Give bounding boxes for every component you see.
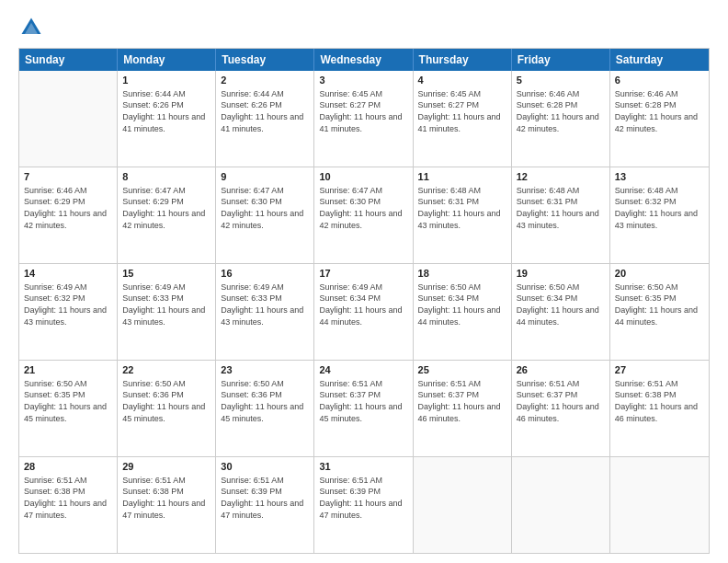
calendar-cell: 21Sunrise: 6:50 AMSunset: 6:35 PMDayligh…	[19, 361, 118, 456]
calendar-cell: 4Sunrise: 6:45 AMSunset: 6:27 PMDaylight…	[414, 71, 512, 167]
calendar-cell: 24Sunrise: 6:51 AMSunset: 6:37 PMDayligh…	[314, 361, 413, 456]
calendar-row-1: 7Sunrise: 6:46 AMSunset: 6:29 PMDaylight…	[19, 167, 709, 263]
calendar-cell: 27Sunrise: 6:51 AMSunset: 6:38 PMDayligh…	[610, 361, 709, 456]
calendar-cell: 22Sunrise: 6:50 AMSunset: 6:36 PMDayligh…	[118, 361, 216, 456]
calendar-cell	[414, 457, 512, 553]
day-info: Sunrise: 6:50 AMSunset: 6:35 PMDaylight:…	[24, 378, 112, 424]
calendar-cell: 5Sunrise: 6:46 AMSunset: 6:28 PMDaylight…	[512, 71, 610, 167]
calendar-cell	[512, 457, 610, 553]
calendar-cell	[19, 71, 118, 167]
day-number: 24	[319, 363, 407, 377]
calendar-cell: 19Sunrise: 6:50 AMSunset: 6:34 PMDayligh…	[512, 264, 610, 360]
calendar: SundayMondayTuesdayWednesdayThursdayFrid…	[18, 48, 710, 554]
day-number: 3	[319, 74, 407, 87]
day-info: Sunrise: 6:50 AMSunset: 6:34 PMDaylight:…	[517, 282, 605, 327]
calendar-cell: 31Sunrise: 6:51 AMSunset: 6:39 PMDayligh…	[314, 457, 413, 553]
logo-icon	[18, 15, 44, 40]
calendar-row-2: 14Sunrise: 6:49 AMSunset: 6:32 PMDayligh…	[19, 263, 709, 360]
day-info: Sunrise: 6:50 AMSunset: 6:35 PMDaylight:…	[615, 282, 704, 327]
calendar-cell: 6Sunrise: 6:46 AMSunset: 6:28 PMDaylight…	[610, 71, 709, 167]
day-number: 2	[221, 74, 309, 87]
day-info: Sunrise: 6:47 AMSunset: 6:30 PMDaylight:…	[319, 185, 407, 231]
day-number: 9	[221, 170, 309, 184]
day-info: Sunrise: 6:46 AMSunset: 6:29 PMDaylight:…	[24, 185, 112, 231]
calendar-cell: 2Sunrise: 6:44 AMSunset: 6:26 PMDaylight…	[216, 71, 314, 167]
calendar-cell: 7Sunrise: 6:46 AMSunset: 6:29 PMDaylight…	[19, 167, 118, 263]
calendar-cell: 25Sunrise: 6:51 AMSunset: 6:37 PMDayligh…	[414, 361, 512, 456]
day-info: Sunrise: 6:49 AMSunset: 6:33 PMDaylight:…	[122, 282, 210, 327]
calendar-cell: 20Sunrise: 6:50 AMSunset: 6:35 PMDayligh…	[610, 264, 709, 360]
day-info: Sunrise: 6:51 AMSunset: 6:39 PMDaylight:…	[221, 475, 309, 521]
day-info: Sunrise: 6:51 AMSunset: 6:37 PMDaylight:…	[517, 378, 605, 424]
day-number: 15	[122, 267, 210, 281]
day-number: 19	[517, 267, 605, 281]
calendar-cell: 29Sunrise: 6:51 AMSunset: 6:38 PMDayligh…	[118, 457, 216, 553]
header-cell-friday: Friday	[512, 49, 610, 71]
header-cell-sunday: Sunday	[19, 49, 118, 71]
calendar-cell: 15Sunrise: 6:49 AMSunset: 6:33 PMDayligh…	[118, 264, 216, 360]
calendar-row-0: 1Sunrise: 6:44 AMSunset: 6:26 PMDaylight…	[19, 71, 709, 167]
header-cell-saturday: Saturday	[610, 49, 709, 71]
day-info: Sunrise: 6:51 AMSunset: 6:38 PMDaylight:…	[24, 475, 112, 521]
day-info: Sunrise: 6:46 AMSunset: 6:28 PMDaylight:…	[615, 88, 704, 134]
day-info: Sunrise: 6:45 AMSunset: 6:27 PMDaylight:…	[418, 88, 506, 134]
header-cell-monday: Monday	[118, 49, 216, 71]
day-info: Sunrise: 6:50 AMSunset: 6:36 PMDaylight:…	[122, 378, 210, 424]
calendar-cell: 18Sunrise: 6:50 AMSunset: 6:34 PMDayligh…	[414, 264, 512, 360]
day-number: 22	[122, 363, 210, 377]
day-info: Sunrise: 6:51 AMSunset: 6:37 PMDaylight:…	[418, 378, 506, 424]
day-info: Sunrise: 6:51 AMSunset: 6:38 PMDaylight:…	[122, 475, 210, 521]
day-number: 5	[517, 74, 605, 87]
calendar-cell: 11Sunrise: 6:48 AMSunset: 6:31 PMDayligh…	[414, 167, 512, 263]
day-info: Sunrise: 6:49 AMSunset: 6:33 PMDaylight:…	[221, 282, 309, 327]
day-info: Sunrise: 6:51 AMSunset: 6:37 PMDaylight:…	[319, 378, 407, 424]
day-number: 4	[418, 74, 506, 87]
header-cell-tuesday: Tuesday	[216, 49, 314, 71]
calendar-cell: 3Sunrise: 6:45 AMSunset: 6:27 PMDaylight…	[314, 71, 413, 167]
day-number: 20	[615, 267, 704, 281]
day-number: 26	[517, 363, 605, 377]
day-info: Sunrise: 6:47 AMSunset: 6:29 PMDaylight:…	[122, 185, 210, 231]
day-number: 11	[418, 170, 506, 184]
calendar-cell: 26Sunrise: 6:51 AMSunset: 6:37 PMDayligh…	[512, 361, 610, 456]
day-number: 6	[615, 74, 704, 87]
calendar-cell: 12Sunrise: 6:48 AMSunset: 6:31 PMDayligh…	[512, 167, 610, 263]
calendar-cell: 14Sunrise: 6:49 AMSunset: 6:32 PMDayligh…	[19, 264, 118, 360]
day-info: Sunrise: 6:51 AMSunset: 6:38 PMDaylight:…	[615, 378, 704, 424]
calendar-cell: 30Sunrise: 6:51 AMSunset: 6:39 PMDayligh…	[216, 457, 314, 553]
day-info: Sunrise: 6:45 AMSunset: 6:27 PMDaylight:…	[319, 88, 407, 134]
calendar-row-3: 21Sunrise: 6:50 AMSunset: 6:35 PMDayligh…	[19, 360, 709, 456]
calendar-body: 1Sunrise: 6:44 AMSunset: 6:26 PMDaylight…	[19, 71, 709, 553]
calendar-cell: 9Sunrise: 6:47 AMSunset: 6:30 PMDaylight…	[216, 167, 314, 263]
day-info: Sunrise: 6:49 AMSunset: 6:32 PMDaylight:…	[24, 282, 112, 327]
day-info: Sunrise: 6:50 AMSunset: 6:36 PMDaylight:…	[221, 378, 309, 424]
day-number: 16	[221, 267, 309, 281]
day-number: 29	[122, 460, 210, 474]
calendar-cell: 23Sunrise: 6:50 AMSunset: 6:36 PMDayligh…	[216, 361, 314, 456]
day-number: 12	[517, 170, 605, 184]
day-number: 17	[319, 267, 407, 281]
header	[18, 15, 710, 40]
calendar-cell: 8Sunrise: 6:47 AMSunset: 6:29 PMDaylight…	[118, 167, 216, 263]
day-info: Sunrise: 6:49 AMSunset: 6:34 PMDaylight:…	[319, 282, 407, 327]
header-cell-wednesday: Wednesday	[314, 49, 413, 71]
day-info: Sunrise: 6:50 AMSunset: 6:34 PMDaylight:…	[418, 282, 506, 327]
header-cell-thursday: Thursday	[414, 49, 512, 71]
day-number: 30	[221, 460, 309, 474]
day-info: Sunrise: 6:44 AMSunset: 6:26 PMDaylight:…	[122, 88, 210, 134]
calendar-row-4: 28Sunrise: 6:51 AMSunset: 6:38 PMDayligh…	[19, 456, 709, 553]
day-number: 10	[319, 170, 407, 184]
calendar-cell: 13Sunrise: 6:48 AMSunset: 6:32 PMDayligh…	[610, 167, 709, 263]
calendar-cell: 16Sunrise: 6:49 AMSunset: 6:33 PMDayligh…	[216, 264, 314, 360]
day-info: Sunrise: 6:51 AMSunset: 6:39 PMDaylight:…	[319, 475, 407, 521]
day-info: Sunrise: 6:48 AMSunset: 6:31 PMDaylight:…	[517, 185, 605, 231]
day-number: 31	[319, 460, 407, 474]
calendar-cell	[610, 457, 709, 553]
page: SundayMondayTuesdayWednesdayThursdayFrid…	[0, 0, 728, 563]
day-number: 25	[418, 363, 506, 377]
day-number: 18	[418, 267, 506, 281]
day-number: 1	[122, 74, 210, 87]
day-info: Sunrise: 6:46 AMSunset: 6:28 PMDaylight:…	[517, 88, 605, 134]
day-info: Sunrise: 6:47 AMSunset: 6:30 PMDaylight:…	[221, 185, 309, 231]
day-info: Sunrise: 6:44 AMSunset: 6:26 PMDaylight:…	[221, 88, 309, 134]
